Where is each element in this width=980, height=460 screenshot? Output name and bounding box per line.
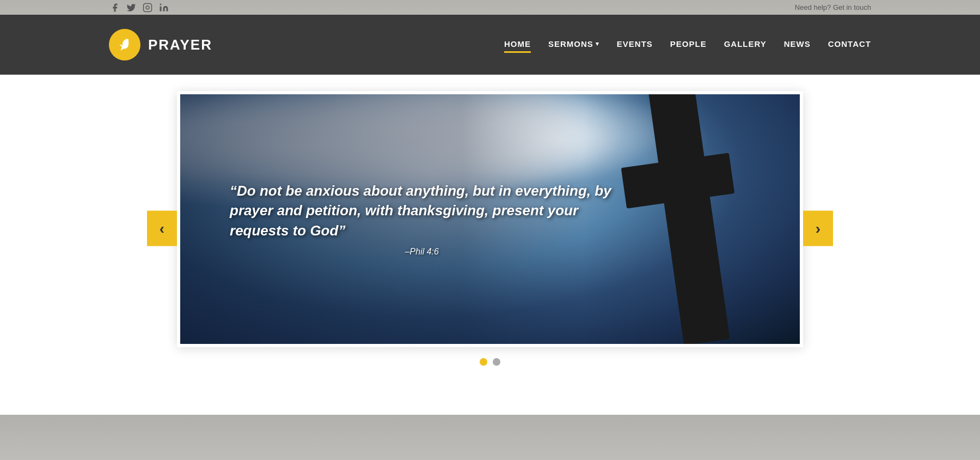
- logo-circle: [109, 29, 140, 60]
- sermons-with-arrow: SERMONS ▾: [548, 39, 599, 49]
- slide-1: “Do not be anxious about anything, but i…: [177, 91, 803, 347]
- content-area: “Do not be anxious about anything, but i…: [0, 75, 980, 415]
- logo-text: PRAYER: [148, 37, 212, 53]
- nav-sermons[interactable]: SERMONS ▾: [548, 39, 599, 51]
- prev-arrow-icon: ‹: [160, 220, 164, 237]
- instagram-icon[interactable]: [142, 2, 154, 14]
- nav-people[interactable]: PEOPLE: [670, 39, 707, 51]
- slide-next-button[interactable]: ›: [803, 211, 833, 246]
- nav-contact[interactable]: CONTACT: [828, 39, 871, 51]
- sermons-dropdown-arrow: ▾: [596, 40, 599, 47]
- nav-gallery[interactable]: GALLERY: [724, 39, 767, 51]
- nav-home[interactable]: HOME: [504, 39, 531, 51]
- slide-dot-1[interactable]: [480, 358, 487, 366]
- help-text: Need help? Get in touch: [795, 3, 871, 11]
- slide-quote-reference: –Phil 4:6: [230, 247, 614, 257]
- top-bar: Need help? Get in touch: [0, 0, 980, 15]
- svg-rect-2: [160, 6, 162, 11]
- logo[interactable]: PRAYER: [109, 29, 212, 60]
- header: PRAYER HOME SERMONS ▾ EVENTS PEOPLE GALL…: [0, 15, 980, 75]
- slide-prev-button[interactable]: ‹: [147, 211, 177, 246]
- cross-vertical-bar: [648, 94, 730, 344]
- slideshow: “Do not be anxious about anything, but i…: [177, 91, 803, 366]
- slide-quote-block: “Do not be anxious about anything, but i…: [230, 181, 614, 257]
- social-icons: [109, 2, 170, 14]
- main-nav: HOME SERMONS ▾ EVENTS PEOPLE GALLERY NEW…: [504, 39, 871, 51]
- slide-quote-text: “Do not be anxious about anything, but i…: [230, 181, 614, 240]
- nav-events[interactable]: EVENTS: [617, 39, 653, 51]
- twitter-icon[interactable]: [125, 2, 137, 14]
- facebook-icon[interactable]: [109, 2, 121, 14]
- svg-rect-0: [144, 3, 152, 11]
- page-background: Need help? Get in touch PRAYER HOME SERM…: [0, 0, 980, 460]
- slide-dot-2[interactable]: [493, 358, 500, 366]
- nav-news[interactable]: NEWS: [784, 39, 811, 51]
- slide-dots: [177, 358, 803, 366]
- cross-silhouette: [640, 94, 738, 343]
- next-arrow-icon: ›: [816, 220, 820, 237]
- svg-point-4: [126, 40, 127, 41]
- linkedin-icon[interactable]: [158, 2, 170, 14]
- svg-point-3: [160, 3, 162, 5]
